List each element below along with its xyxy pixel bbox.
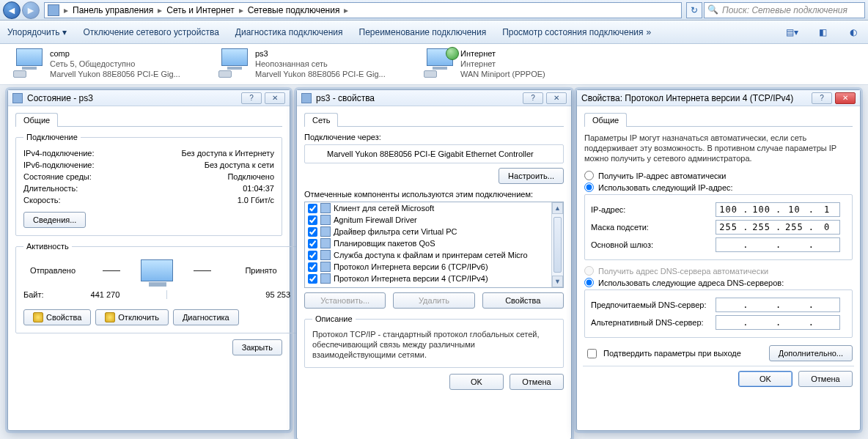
scroll-down-button[interactable]: ▼ xyxy=(552,276,563,287)
component-item[interactable]: Agnitum Firewall Driver xyxy=(305,214,551,226)
scroll-up-button[interactable]: ▲ xyxy=(552,202,563,214)
dns1-input[interactable]: ... xyxy=(716,298,840,312)
component-item[interactable]: Клиент для сетей Microsoft xyxy=(305,202,551,214)
install-button[interactable]: Установить... xyxy=(304,292,386,309)
help-icon[interactable]: ◐ xyxy=(846,25,861,40)
component-label: Протокол Интернета версии 6 (TCP/IPv6) xyxy=(334,262,488,271)
component-checkbox[interactable] xyxy=(308,215,317,225)
description-text: Протокол TCP/IP - стандартный протокол г… xyxy=(312,329,556,360)
ipv4-titlebar[interactable]: Свойства: Протокол Интернета версии 4 (T… xyxy=(577,90,860,106)
component-item[interactable]: Протокол Интернета версии 4 (TCP/IPv4) xyxy=(305,273,551,284)
component-checkbox[interactable] xyxy=(308,239,317,248)
close-button[interactable]: ✕ xyxy=(546,92,567,104)
bytes-received: 95 253 xyxy=(167,290,290,299)
component-icon xyxy=(320,203,331,213)
mask-input[interactable]: 255.255.255.0 xyxy=(716,220,840,235)
adapter-icon xyxy=(309,148,321,160)
scroll-thumb[interactable] xyxy=(553,217,562,273)
tab-network[interactable]: Сеть xyxy=(304,113,338,127)
details-button[interactable]: Сведения... xyxy=(23,212,86,228)
tab-general[interactable]: Общие xyxy=(584,113,627,127)
sent-label: Отправлено xyxy=(23,266,82,275)
component-checkbox[interactable] xyxy=(308,251,317,260)
computer-icon xyxy=(141,259,173,281)
ip-input[interactable]: 100.100.10.1 xyxy=(716,202,840,217)
breadcrumb[interactable]: ▸ Панель управления ▸ Сеть и Интернет ▸ … xyxy=(44,2,682,18)
close-button[interactable]: ✕ xyxy=(265,92,285,104)
connection-item[interactable]: ps3Неопознанная сетьMarvell Yukon 88E805… xyxy=(218,48,402,79)
help-button[interactable]: ? xyxy=(812,92,832,104)
ipv6-value: Без доступа к сети xyxy=(205,161,274,169)
component-item[interactable]: Служба доступа к файлам и принтерам сете… xyxy=(305,249,551,261)
ok-button[interactable]: OK xyxy=(738,371,792,387)
dns2-input[interactable]: ... xyxy=(716,315,840,330)
component-icon xyxy=(320,262,331,272)
connection-status: Неопознанная сеть xyxy=(255,59,386,69)
nav-forward-button[interactable]: ► xyxy=(22,1,40,19)
component-icon xyxy=(320,215,331,225)
component-item[interactable]: Протокол Интернета версии 6 (TCP/IPv6) xyxy=(305,261,551,273)
crumb-control-panel[interactable]: Панель управления xyxy=(73,5,153,15)
description-group: Описание Протокол TCP/IP - стандартный п… xyxy=(304,314,564,368)
gateway-input[interactable]: ... xyxy=(716,237,840,252)
component-icon xyxy=(320,273,331,284)
radio-manual-dns[interactable] xyxy=(584,278,594,287)
mask-label: Маска подсети: xyxy=(591,223,716,232)
search-input[interactable]: 🔍 Поиск: Сетевые подключения xyxy=(704,2,865,18)
component-item[interactable]: Планировщик пакетов QoS xyxy=(305,237,551,249)
preview-pane-icon[interactable]: ◧ xyxy=(815,25,830,40)
status-window: Состояние - ps3 ? ✕ Общие Подключение IP… xyxy=(7,89,290,431)
radio-auto-ip-label: Получить IP-адрес автоматически xyxy=(598,171,726,180)
diagnose-button[interactable]: Диагностика xyxy=(173,309,239,325)
properties-titlebar[interactable]: ps3 - свойства ? ✕ xyxy=(297,90,571,106)
close-button[interactable]: Закрыть xyxy=(232,339,282,355)
connection-item[interactable]: compСеть 5, ОбщедоступноMarvell Yukon 88… xyxy=(13,48,196,79)
crumb-network-internet[interactable]: Сеть и Интернет xyxy=(166,5,234,15)
folder-icon xyxy=(48,4,59,16)
view-menu-icon[interactable]: ▤▾ xyxy=(784,25,799,40)
shield-icon xyxy=(105,312,115,322)
help-button[interactable]: ? xyxy=(241,92,262,104)
organize-menu[interactable]: Упорядочить ▾ xyxy=(7,27,67,37)
network-icon xyxy=(12,93,23,103)
radio-auto-ip[interactable] xyxy=(584,171,594,180)
gateway-label: Основной шлюз: xyxy=(591,240,716,249)
ipv4-title: Свойства: Протокол Интернета версии 4 (T… xyxy=(581,93,793,103)
connection-name: ps3 xyxy=(255,48,386,59)
diagnose-button[interactable]: Диагностика подключения xyxy=(235,27,343,37)
components-listbox[interactable]: Клиент для сетей MicrosoftAgnitum Firewa… xyxy=(304,202,564,288)
cancel-button[interactable]: Отмена xyxy=(510,374,564,390)
confirm-checkbox[interactable] xyxy=(587,349,597,358)
cancel-button[interactable]: Отмена xyxy=(798,371,853,387)
disable-button[interactable]: Отключить xyxy=(95,309,169,325)
close-button[interactable]: ✕ xyxy=(835,92,856,104)
refresh-button[interactable]: ↻ xyxy=(686,2,702,18)
disable-device-button[interactable]: Отключение сетевого устройства xyxy=(83,27,218,37)
component-checkbox[interactable] xyxy=(308,262,317,272)
scrollbar[interactable]: ▲ ▼ xyxy=(551,202,563,287)
view-status-button[interactable]: Просмотр состояния подключения » xyxy=(502,27,651,37)
properties-button[interactable]: Свойства xyxy=(23,309,91,325)
ip-label: IP-адрес: xyxy=(591,205,716,214)
uninstall-button[interactable]: Удалить xyxy=(393,292,474,309)
component-checkbox[interactable] xyxy=(308,274,317,284)
nav-back-button[interactable]: ◄ xyxy=(3,1,21,19)
component-properties-button[interactable]: Свойства xyxy=(482,292,564,309)
advanced-button[interactable]: Дополнительно... xyxy=(769,345,853,361)
component-item[interactable]: Драйвер фильтра сети Virtual PC xyxy=(305,226,551,237)
configure-button[interactable]: Настроить... xyxy=(499,168,564,184)
connection-item[interactable]: ИнтернетИнтернетWAN Miniport (PPPOE) xyxy=(424,48,607,79)
network-icon xyxy=(301,93,312,103)
component-checkbox[interactable] xyxy=(308,204,317,213)
ok-button[interactable]: OK xyxy=(449,374,504,390)
crumb-network-connections[interactable]: Сетевые подключения xyxy=(248,5,340,15)
component-checkbox[interactable] xyxy=(308,227,317,237)
ipv6-label: IPv6-подключение: xyxy=(23,161,95,169)
radio-manual-ip[interactable] xyxy=(584,182,594,192)
tab-general[interactable]: Общие xyxy=(15,113,58,127)
rename-button[interactable]: Переименование подключения xyxy=(359,27,487,37)
help-button[interactable]: ? xyxy=(523,92,543,104)
status-titlebar[interactable]: Состояние - ps3 ? ✕ xyxy=(8,90,290,106)
connection-group: Подключение IPv4-подключение:Без доступа… xyxy=(15,133,282,236)
dns1-label: Предпочитаемый DNS-сервер: xyxy=(591,300,716,309)
